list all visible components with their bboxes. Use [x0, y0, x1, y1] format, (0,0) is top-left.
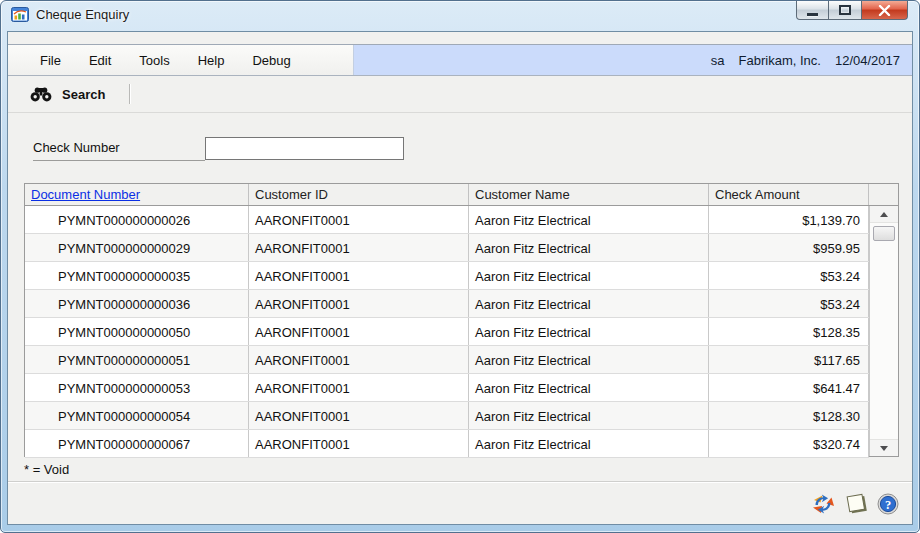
note-icon: [844, 493, 869, 515]
header-scrollbar-cap: [869, 184, 898, 205]
cell-customer-name: Aaron Fitz Electrical: [469, 346, 709, 373]
grid-header: Document NumberCustomer IDCustomer NameC…: [25, 184, 898, 206]
scrollbar-thumb[interactable]: [873, 226, 895, 241]
cell-customer-name: Aaron Fitz Electrical: [469, 234, 709, 261]
cell-check-amount: $1,139.70: [709, 206, 869, 233]
binoculars-icon: [30, 86, 52, 102]
cell-customer-name: Aaron Fitz Electrical: [469, 374, 709, 401]
cell-customer-id: AARONFIT0001: [249, 318, 469, 345]
cell-document-number: PYMNT000000000029: [25, 234, 249, 261]
cell-customer-name: Aaron Fitz Electrical: [469, 318, 709, 345]
check-number-label: Check Number: [33, 140, 120, 155]
table-row[interactable]: PYMNT000000000026AARONFIT0001Aaron Fitz …: [25, 206, 869, 234]
window-frame: Cheque Enquiry FileEditToolsHelpDebug sa…: [0, 0, 920, 533]
minimize-button[interactable]: [796, 1, 829, 20]
maximize-icon: [839, 5, 851, 15]
menu-item-file[interactable]: File: [26, 50, 75, 71]
maximize-button[interactable]: [828, 1, 862, 20]
menu-bar: FileEditToolsHelpDebug sa Fabrikam, Inc.…: [8, 44, 912, 76]
column-header-customer-name: Customer Name: [469, 184, 709, 205]
cell-check-amount: $53.24: [709, 290, 869, 317]
vertical-scrollbar[interactable]: [869, 206, 898, 456]
cell-customer-id: AARONFIT0001: [249, 206, 469, 233]
cell-document-number: PYMNT000000000036: [25, 290, 249, 317]
table-body: PYMNT000000000026AARONFIT0001Aaron Fitz …: [25, 206, 869, 456]
cell-customer-name: Aaron Fitz Electrical: [469, 430, 709, 457]
cell-check-amount: $320.74: [709, 430, 869, 457]
toolbar-separator: [129, 84, 130, 104]
check-number-input[interactable]: [205, 137, 404, 160]
cell-customer-name: Aaron Fitz Electrical: [469, 402, 709, 429]
cell-document-number: PYMNT000000000050: [25, 318, 249, 345]
cell-customer-name: Aaron Fitz Electrical: [469, 206, 709, 233]
cell-check-amount: $641.47: [709, 374, 869, 401]
search-button[interactable]: Search: [30, 86, 105, 102]
cell-customer-id: AARONFIT0001: [249, 290, 469, 317]
cell-customer-id: AARONFIT0001: [249, 430, 469, 457]
titlebar[interactable]: Cheque Enquiry: [1, 1, 919, 31]
cell-document-number: PYMNT000000000053: [25, 374, 249, 401]
menu-item-tools[interactable]: Tools: [125, 50, 183, 71]
scroll-up-arrow-icon: [880, 212, 888, 217]
toolbar: Search: [8, 76, 912, 113]
menu-items: FileEditToolsHelpDebug: [8, 45, 354, 75]
cell-check-amount: $53.24: [709, 262, 869, 289]
help-button[interactable]: ?: [877, 493, 899, 515]
cell-customer-name: Aaron Fitz Electrical: [469, 262, 709, 289]
table-row[interactable]: PYMNT000000000051AARONFIT0001Aaron Fitz …: [25, 346, 869, 374]
scroll-up-button[interactable]: [870, 206, 898, 223]
table-row[interactable]: PYMNT000000000029AARONFIT0001Aaron Fitz …: [25, 234, 869, 262]
scroll-down-arrow-icon: [880, 446, 888, 451]
void-legend: * = Void: [24, 462, 69, 477]
question-mark-help-icon: ?: [877, 493, 899, 515]
search-label: Search: [62, 87, 105, 102]
table-row[interactable]: PYMNT000000000035AARONFIT0001Aaron Fitz …: [25, 262, 869, 290]
column-header-document-number[interactable]: Document Number: [25, 184, 249, 205]
cell-customer-id: AARONFIT0001: [249, 402, 469, 429]
menu-item-debug[interactable]: Debug: [238, 50, 304, 71]
table-row[interactable]: PYMNT000000000036AARONFIT0001Aaron Fitz …: [25, 290, 869, 318]
table-row[interactable]: PYMNT000000000050AARONFIT0001Aaron Fitz …: [25, 318, 869, 346]
scroll-down-button[interactable]: [870, 439, 898, 456]
pinwheel-redisplay-icon: [810, 493, 836, 515]
cell-check-amount: $128.35: [709, 318, 869, 345]
cell-customer-name: Aaron Fitz Electrical: [469, 290, 709, 317]
check-number-row: Check Number: [33, 135, 912, 161]
application-window-icon[interactable]: [11, 7, 29, 22]
minimize-icon: [807, 13, 818, 16]
column-header-customer-id: Customer ID: [249, 184, 469, 205]
session-user: sa: [711, 53, 725, 68]
window-controls: [797, 1, 908, 20]
cell-document-number: PYMNT000000000054: [25, 402, 249, 429]
svg-text:?: ?: [885, 497, 891, 511]
table-row[interactable]: PYMNT000000000054AARONFIT0001Aaron Fitz …: [25, 402, 869, 430]
results-grid: Document NumberCustomer IDCustomer NameC…: [24, 183, 899, 457]
session-company: Fabrikam, Inc.: [739, 53, 821, 68]
cell-document-number: PYMNT000000000026: [25, 206, 249, 233]
cell-check-amount: $128.30: [709, 402, 869, 429]
window-client-area: FileEditToolsHelpDebug sa Fabrikam, Inc.…: [7, 31, 913, 525]
cell-check-amount: $117.65: [709, 346, 869, 373]
session-date: 12/04/2017: [835, 53, 900, 68]
cell-customer-id: AARONFIT0001: [249, 346, 469, 373]
note-button[interactable]: [844, 493, 869, 515]
session-info: sa Fabrikam, Inc. 12/04/2017: [354, 45, 912, 75]
menu-item-help[interactable]: Help: [184, 50, 239, 71]
table-row[interactable]: PYMNT000000000067AARONFIT0001Aaron Fitz …: [25, 430, 869, 458]
cell-check-amount: $959.95: [709, 234, 869, 261]
redisplay-button[interactable]: [810, 493, 836, 515]
menu-item-edit[interactable]: Edit: [75, 50, 125, 71]
cell-document-number: PYMNT000000000051: [25, 346, 249, 373]
close-button[interactable]: [861, 1, 908, 20]
table-row[interactable]: PYMNT000000000053AARONFIT0001Aaron Fitz …: [25, 374, 869, 402]
cell-customer-id: AARONFIT0001: [249, 234, 469, 261]
status-bar: ?: [8, 482, 912, 525]
cell-customer-id: AARONFIT0001: [249, 262, 469, 289]
cell-customer-id: AARONFIT0001: [249, 374, 469, 401]
cell-document-number: PYMNT000000000067: [25, 430, 249, 457]
window-title: Cheque Enquiry: [36, 7, 129, 22]
close-icon: [878, 5, 891, 16]
column-header-check-amount: Check Amount: [709, 184, 869, 205]
cell-document-number: PYMNT000000000035: [25, 262, 249, 289]
